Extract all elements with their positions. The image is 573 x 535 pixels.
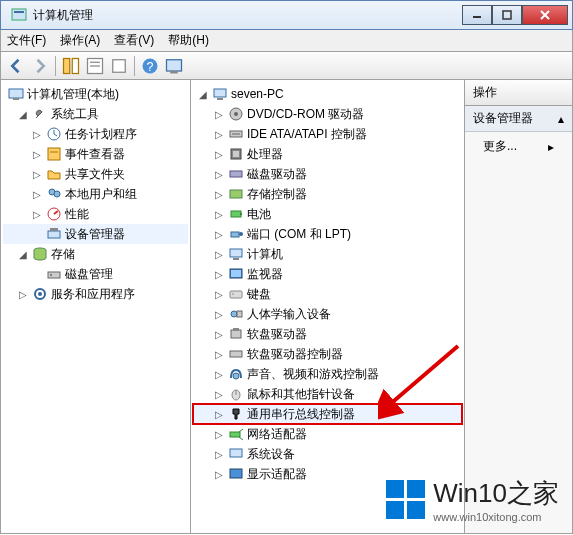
device-item[interactable]: ▷网络适配器 (193, 424, 462, 444)
device-icon (228, 146, 244, 162)
device-icon (228, 366, 244, 382)
device-item[interactable]: ▷存储控制器 (193, 184, 462, 204)
separator (134, 56, 135, 76)
expand-icon[interactable]: ▷ (31, 189, 43, 200)
expand-icon[interactable]: ◢ (17, 109, 29, 120)
expand-icon[interactable]: ▷ (213, 169, 225, 180)
tree-shared-folders[interactable]: ▷ 共享文件夹 (3, 164, 188, 184)
device-item[interactable]: ▷系统设备 (193, 444, 462, 464)
tree-storage[interactable]: ◢ 存储 (3, 244, 188, 264)
expand-icon[interactable]: ▷ (213, 309, 225, 320)
expand-icon[interactable]: ▷ (213, 109, 225, 120)
expand-icon[interactable]: ◢ (197, 89, 209, 100)
svg-text:?: ? (147, 60, 154, 74)
expand-icon[interactable]: ▷ (213, 149, 225, 160)
device-item[interactable]: ▷DVD/CD-ROM 驱动器 (193, 104, 462, 124)
svg-rect-50 (230, 291, 242, 298)
actions-more[interactable]: 更多... ▸ (465, 132, 572, 161)
device-item[interactable]: ▷键盘 (193, 284, 462, 304)
device-root[interactable]: ◢ seven-PC (193, 84, 462, 104)
svg-rect-40 (230, 171, 242, 177)
main-area: 计算机管理(本地) ◢ 系统工具 ▷ 任务计划程序 ▷ 事件查看器 ▷ 共享文件… (0, 80, 573, 534)
forward-button[interactable] (29, 55, 51, 77)
left-tree-pane[interactable]: 计算机管理(本地) ◢ 系统工具 ▷ 任务计划程序 ▷ 事件查看器 ▷ 共享文件… (1, 80, 191, 533)
tree-root[interactable]: 计算机管理(本地) (3, 84, 188, 104)
actions-subheader[interactable]: 设备管理器 ▴ (465, 106, 572, 132)
device-label: 网络适配器 (247, 426, 307, 443)
expand-icon[interactable]: ◢ (17, 249, 29, 260)
menu-view[interactable]: 查看(V) (114, 32, 154, 49)
tree-local-users[interactable]: ▷ 本地用户和组 (3, 184, 188, 204)
refresh-button[interactable] (163, 55, 185, 77)
device-tree-pane[interactable]: ◢ seven-PC ▷DVD/CD-ROM 驱动器▷IDE ATA/ATAPI… (191, 80, 465, 533)
menu-help[interactable]: 帮助(H) (168, 32, 209, 49)
svg-rect-39 (233, 151, 239, 157)
device-icon (228, 406, 244, 422)
menu-file[interactable]: 文件(F) (7, 32, 46, 49)
expand-icon[interactable]: ▷ (213, 389, 225, 400)
device-item[interactable]: ▷监视器 (193, 264, 462, 284)
expand-icon[interactable]: ▷ (213, 269, 225, 280)
svg-rect-43 (240, 213, 242, 215)
expand-icon[interactable]: ▷ (213, 189, 225, 200)
services-icon (32, 286, 48, 302)
device-item[interactable]: ▷通用串行总线控制器 (193, 404, 462, 424)
expand-icon[interactable]: ▷ (213, 249, 225, 260)
tree-performance[interactable]: ▷ 性能 (3, 204, 188, 224)
tree-disk-management[interactable]: 磁盘管理 (3, 264, 188, 284)
device-icon (228, 226, 244, 242)
folder-share-icon (46, 166, 62, 182)
expand-icon[interactable]: ▷ (213, 369, 225, 380)
device-item[interactable]: ▷处理器 (193, 144, 462, 164)
expand-icon[interactable]: ▷ (213, 429, 225, 440)
export-button[interactable] (108, 55, 130, 77)
tree-system-tools[interactable]: ◢ 系统工具 (3, 104, 188, 124)
show-hide-tree-button[interactable] (60, 55, 82, 77)
device-item[interactable]: ▷软盘驱动器 (193, 324, 462, 344)
device-item[interactable]: ▷鼠标和其他指针设备 (193, 384, 462, 404)
expand-icon[interactable]: ▷ (213, 409, 225, 420)
maximize-button[interactable] (492, 5, 522, 25)
menu-action[interactable]: 操作(A) (60, 32, 100, 49)
close-button[interactable] (522, 5, 568, 25)
expand-icon[interactable]: ▷ (213, 329, 225, 340)
tree-task-scheduler[interactable]: ▷ 任务计划程序 (3, 124, 188, 144)
device-label: 监视器 (247, 266, 283, 283)
expand-icon[interactable]: ▷ (31, 129, 43, 140)
separator (55, 56, 56, 76)
expand-icon[interactable]: ▷ (213, 129, 225, 140)
svg-point-57 (233, 373, 239, 379)
device-item[interactable]: ▷计算机 (193, 244, 462, 264)
expand-icon[interactable]: ▷ (31, 169, 43, 180)
device-item[interactable]: ▷声音、视频和游戏控制器 (193, 364, 462, 384)
device-label: 计算机 (247, 246, 283, 263)
expand-icon[interactable]: ▷ (213, 209, 225, 220)
performance-icon (46, 206, 62, 222)
expand-icon[interactable]: ▷ (31, 149, 43, 160)
toolbar: ? (0, 52, 573, 80)
expand-icon[interactable]: ▷ (213, 449, 225, 460)
back-button[interactable] (5, 55, 27, 77)
expand-icon[interactable]: ▷ (213, 289, 225, 300)
svg-rect-53 (237, 311, 242, 317)
device-item[interactable]: ▷端口 (COM 和 LPT) (193, 224, 462, 244)
svg-rect-11 (113, 59, 126, 72)
expand-icon[interactable]: ▷ (17, 289, 29, 300)
svg-rect-15 (170, 71, 178, 74)
device-item[interactable]: ▷电池 (193, 204, 462, 224)
properties-button[interactable] (84, 55, 106, 77)
minimize-button[interactable] (462, 5, 492, 25)
expand-icon[interactable]: ▷ (213, 469, 225, 480)
expand-icon[interactable]: ▷ (31, 209, 43, 220)
tree-services[interactable]: ▷ 服务和应用程序 (3, 284, 188, 304)
device-item[interactable]: ▷磁盘驱动器 (193, 164, 462, 184)
expand-icon[interactable]: ▷ (213, 229, 225, 240)
device-item[interactable]: ▷IDE ATA/ATAPI 控制器 (193, 124, 462, 144)
svg-rect-60 (230, 432, 240, 437)
tree-event-viewer[interactable]: ▷ 事件查看器 (3, 144, 188, 164)
help-button[interactable]: ? (139, 55, 161, 77)
expand-icon[interactable]: ▷ (213, 349, 225, 360)
device-item[interactable]: ▷人体学输入设备 (193, 304, 462, 324)
tree-device-manager[interactable]: 设备管理器 (3, 224, 188, 244)
device-item[interactable]: ▷软盘驱动器控制器 (193, 344, 462, 364)
